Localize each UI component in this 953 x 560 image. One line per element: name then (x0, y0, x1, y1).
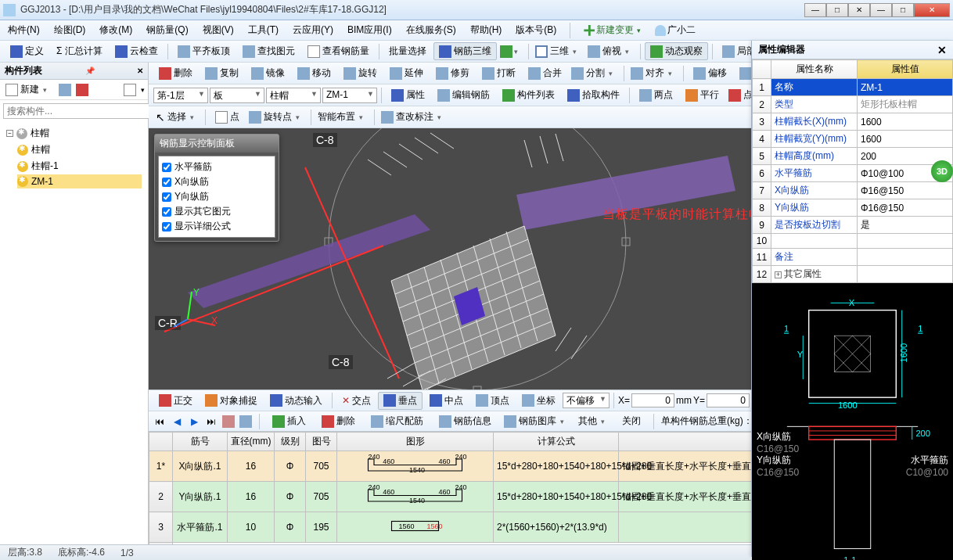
rotpt-btn[interactable]: 旋转点 (246, 108, 307, 126)
smart-btn[interactable]: 智能布置 (315, 108, 370, 126)
cloud-check-button[interactable]: 云检查 (110, 42, 164, 60)
close-button[interactable]: ✕ (914, 3, 950, 17)
menu-modify[interactable]: 修改(M) (96, 22, 135, 38)
restore-button[interactable]: □ (826, 3, 848, 17)
other-btn[interactable]: 其他 (576, 412, 612, 430)
menu-component[interactable]: 构件(N) (5, 22, 43, 38)
rebar-3d-button[interactable]: 钢筋三维 (433, 42, 497, 60)
col-code[interactable]: 图号 (306, 433, 337, 451)
close-table-btn[interactable]: 关闭 (617, 412, 646, 430)
category-dropdown[interactable]: 板 (210, 88, 264, 103)
ortho-btn[interactable]: 正交 (153, 392, 198, 410)
offset-btn[interactable]: 偏移 (688, 64, 732, 82)
perp-btn[interactable]: 垂点 (378, 392, 423, 410)
delete-row-btn[interactable]: 删除 (316, 412, 361, 430)
delete-btn[interactable]: 删除 (153, 64, 198, 82)
point-btn[interactable]: 点 (210, 108, 245, 126)
batch-select-button[interactable]: 批量选择 (383, 42, 432, 60)
break-btn[interactable]: 打断 (476, 64, 521, 82)
bird-view-button[interactable]: 俯视 (585, 42, 636, 60)
copy-btn[interactable]: 复制 (200, 64, 244, 82)
col-formula[interactable]: 计算公式 (494, 433, 619, 451)
extend-btn[interactable]: 延伸 (384, 64, 429, 82)
parallel-btn[interactable]: 平行 (680, 86, 725, 104)
trim-btn[interactable]: 修剪 (430, 64, 475, 82)
col-grade[interactable]: 级别 (275, 433, 306, 451)
3d-badge[interactable]: 3D (931, 160, 953, 182)
x-input[interactable] (631, 393, 674, 407)
view-rebar-button[interactable]: 查看钢筋量 (302, 42, 375, 60)
menu-bim[interactable]: BIM应用(I) (344, 22, 395, 38)
inner-close-button[interactable]: ✕ (848, 3, 870, 17)
floor-dropdown[interactable]: 第-1层 (153, 88, 208, 103)
col-rownum[interactable] (149, 433, 173, 451)
lock-icon[interactable] (222, 415, 235, 428)
scale-btn[interactable]: 缩尺配筋 (365, 412, 429, 430)
nav-next[interactable]: ▶ (188, 415, 200, 428)
arrow-dd[interactable] (498, 44, 524, 59)
new-change-button[interactable]: 新建变更 ▾ (581, 22, 643, 38)
property-table[interactable]: 属性名称属性值 1名称ZM-1 2类型矩形托板柱帽 3柱帽截长(X)(mm)16… (752, 59, 953, 283)
close-prop-icon[interactable]: ✕ (937, 44, 947, 56)
close-panel-icon[interactable]: ✕ (137, 66, 143, 75)
maximize-button[interactable]: □ (892, 3, 914, 17)
coord-btn[interactable]: 坐标 (516, 392, 561, 410)
new-component-button[interactable]: 新建 (3, 81, 54, 99)
xpt-btn[interactable]: ✕交点 (336, 392, 376, 410)
sum-calc-button[interactable]: Σ 汇总计算 (51, 42, 108, 60)
col-dia[interactable]: 直径(mm) (228, 433, 275, 451)
nav-first[interactable]: ⏮ (153, 415, 166, 428)
sort-icon[interactable] (239, 415, 252, 428)
complist-btn[interactable]: 构件列表 (497, 86, 560, 104)
nav-last[interactable]: ⏭ (205, 415, 218, 428)
delete-icon[interactable] (76, 84, 88, 96)
select-btn[interactable]: ↖选择 (153, 108, 201, 126)
rebar-lib-btn[interactable]: 钢筋图库 (502, 412, 571, 430)
find-graph-button[interactable]: 查找图元 (237, 42, 300, 60)
menu-rebar[interactable]: 钢筋量(Q) (143, 22, 191, 38)
attr-btn[interactable]: 属性 (386, 86, 430, 104)
menu-version[interactable]: 版本号(B) (512, 22, 559, 38)
menu-draw[interactable]: 绘图(D) (51, 22, 89, 38)
insert-row-btn[interactable]: 插入 (267, 412, 311, 430)
col-shape[interactable]: 图形 (337, 433, 494, 451)
y-input[interactable] (707, 393, 750, 407)
tree-root[interactable]: −柱帽 (6, 125, 142, 142)
merge-btn[interactable]: 合并 (523, 64, 567, 82)
member-dropdown[interactable]: ZM-1 (322, 88, 377, 103)
col-name[interactable]: 筋号 (173, 433, 228, 451)
objsnap-btn[interactable]: 对象捕捉 (200, 392, 263, 410)
nav-prev[interactable]: ◀ (171, 415, 183, 428)
offset-dropdown[interactable]: 不偏移 (563, 393, 610, 408)
rotate-btn[interactable]: 旋转 (338, 64, 383, 82)
mirror-btn[interactable]: 镜像 (246, 64, 290, 82)
subcat-dropdown[interactable]: 柱帽 (266, 88, 321, 103)
dyninput-btn[interactable]: 动态输入 (264, 392, 328, 410)
view-3d-button[interactable]: 三维 (533, 42, 584, 60)
rebar-info-btn[interactable]: 钢筋信息 (433, 412, 497, 430)
minimize-button[interactable]: — (804, 3, 826, 17)
twopt-btn[interactable]: 两点 (634, 86, 678, 104)
split-btn[interactable]: 分割 (569, 64, 620, 82)
pick-btn[interactable]: 拾取构件 (562, 86, 625, 104)
minimize2-button[interactable]: — (870, 3, 892, 17)
menu-help[interactable]: 帮助(H) (467, 22, 505, 38)
menu-online[interactable]: 在线服务(S) (403, 22, 459, 38)
apex-btn[interactable]: 顶点 (470, 392, 515, 410)
align-top-button[interactable]: 平齐板顶 (172, 42, 236, 60)
filter-icon[interactable] (124, 84, 136, 96)
menu-tools[interactable]: 工具(T) (245, 22, 282, 38)
copy-icon[interactable] (59, 84, 71, 96)
edit-rebar-btn[interactable]: 编辑钢筋 (432, 86, 495, 104)
align-btn[interactable]: 对齐 (628, 64, 679, 82)
mid-btn[interactable]: 中点 (424, 392, 469, 410)
tree-node-zhumao[interactable]: 柱帽 (17, 142, 142, 158)
tree-node-zm1[interactable]: ZM-1 (17, 174, 142, 188)
search-input[interactable] (3, 103, 151, 119)
define-button[interactable]: 定义 (5, 42, 49, 60)
dynview-button[interactable]: 动态观察 (645, 42, 708, 60)
editanno-btn[interactable]: 查改标注 (379, 108, 448, 126)
pin-icon[interactable]: 📌 (85, 66, 95, 75)
move-btn[interactable]: 移动 (292, 64, 336, 82)
tree-node-zhumao1[interactable]: 柱帽-1 (17, 158, 142, 174)
